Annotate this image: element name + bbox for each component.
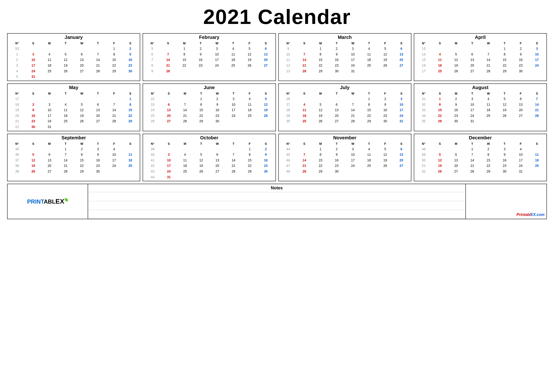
day-cell: 28 xyxy=(106,119,122,124)
col-header-t: T xyxy=(496,41,512,46)
week-row: 49567891011 xyxy=(416,152,545,158)
day-cell xyxy=(529,119,545,124)
day-cell: 25 xyxy=(361,163,377,169)
col-header-w: W xyxy=(480,91,496,96)
day-cell: 14 xyxy=(296,158,312,163)
day-cell: 11 xyxy=(225,52,241,57)
week-number: 32 xyxy=(416,102,432,108)
day-cell: 20 xyxy=(448,163,464,169)
week-row: 5312 xyxy=(9,46,138,52)
day-cell: 2 xyxy=(329,46,345,52)
col-header-t: T xyxy=(90,141,106,147)
day-cell: 19 xyxy=(312,113,329,119)
week-number: 9 xyxy=(145,69,160,74)
day-cell: 24 xyxy=(512,163,529,169)
day-cell xyxy=(42,46,58,52)
day-cell: 17 xyxy=(464,107,480,113)
week-number: 38 xyxy=(9,163,25,169)
day-cell: 12 xyxy=(241,52,258,57)
day-cell: 16 xyxy=(512,57,529,63)
day-cell: 24 xyxy=(25,69,41,74)
day-cell xyxy=(393,169,409,175)
day-cell: 6 xyxy=(448,152,464,158)
day-cell: 17 xyxy=(345,158,361,163)
day-cell: 15 xyxy=(176,57,193,63)
col-header-nnum: N° xyxy=(416,41,432,46)
day-cell: 14 xyxy=(296,57,312,63)
day-cell: 24 xyxy=(161,169,177,175)
day-cell: 21 xyxy=(58,163,74,169)
col-header-t: T xyxy=(329,141,345,147)
col-header-t: T xyxy=(90,91,106,96)
day-cell: 5 xyxy=(496,96,512,102)
day-cell: 13 xyxy=(393,152,409,158)
day-cell: 29 xyxy=(361,119,377,124)
day-cell: 6 xyxy=(42,152,58,158)
day-cell: 30 xyxy=(329,169,345,175)
day-cell xyxy=(58,96,74,102)
day-cell: 13 xyxy=(42,158,58,163)
day-cell: 27 xyxy=(74,69,90,74)
week-number: 44 xyxy=(145,175,161,180)
day-cell: 14 xyxy=(106,107,122,113)
week-row: 3025262728293031 xyxy=(280,119,409,124)
week-number: 3 xyxy=(9,63,25,69)
day-cell: 28 xyxy=(296,169,312,175)
day-cell: 10 xyxy=(529,52,545,57)
day-cell: 2 xyxy=(377,96,393,102)
day-cell: 22 xyxy=(242,163,258,169)
day-cell: 31 xyxy=(393,119,409,124)
col-header-f: F xyxy=(106,141,122,147)
day-cell: 7 xyxy=(106,102,122,108)
day-cell: 25 xyxy=(58,119,74,124)
day-cell xyxy=(432,46,448,52)
col-header-nnum: N° xyxy=(9,141,25,147)
day-cell: 11 xyxy=(361,52,377,57)
day-cell: 18 xyxy=(432,63,448,69)
col-header-t: T xyxy=(193,41,209,46)
day-cell: 20 xyxy=(209,163,225,169)
col-header-s: S xyxy=(393,141,409,147)
day-cell: 15 xyxy=(432,107,448,113)
week-row: 48282930 xyxy=(280,169,409,175)
day-cell: 19 xyxy=(448,63,464,69)
day-cell xyxy=(361,69,377,74)
col-header-nnum: N° xyxy=(9,91,25,96)
day-cell: 26 xyxy=(58,69,74,74)
day-cell: 29 xyxy=(496,69,512,74)
day-cell: 13 xyxy=(512,102,529,108)
col-header-f: F xyxy=(241,41,258,46)
week-number: 53 xyxy=(9,46,25,52)
col-header-w: W xyxy=(74,91,90,96)
day-cell: 21 xyxy=(177,113,193,119)
day-cell xyxy=(225,147,242,152)
col-header-f: F xyxy=(377,141,393,147)
day-cell: 2 xyxy=(480,147,496,152)
day-cell: 7 xyxy=(480,52,496,57)
day-cell: 15 xyxy=(74,158,90,163)
day-cell xyxy=(377,169,393,175)
day-cell: 19 xyxy=(432,163,448,169)
week-number: 2 xyxy=(9,57,25,63)
day-cell: 11 xyxy=(177,158,193,163)
day-cell: 24 xyxy=(345,63,361,69)
day-cell: 18 xyxy=(122,158,138,163)
day-cell: 27 xyxy=(209,169,225,175)
day-cell xyxy=(74,96,90,102)
col-header-t: T xyxy=(464,141,480,147)
day-cell: 28 xyxy=(464,169,480,175)
week-row: 317181920212223 xyxy=(9,63,138,69)
day-cell: 29 xyxy=(312,169,329,175)
day-cell: 24 xyxy=(106,163,122,169)
col-header-t: T xyxy=(464,41,480,46)
day-cell xyxy=(42,96,58,102)
col-header-w: W xyxy=(345,91,361,96)
day-cell: 19 xyxy=(74,113,90,119)
day-cell: 19 xyxy=(241,57,258,63)
day-cell: 13 xyxy=(90,107,106,113)
col-header-s: S xyxy=(393,91,409,96)
day-cell: 28 xyxy=(296,69,312,74)
day-cell: 17 xyxy=(25,63,41,69)
day-cell: 14 xyxy=(529,102,545,108)
col-header-t: T xyxy=(361,141,377,147)
